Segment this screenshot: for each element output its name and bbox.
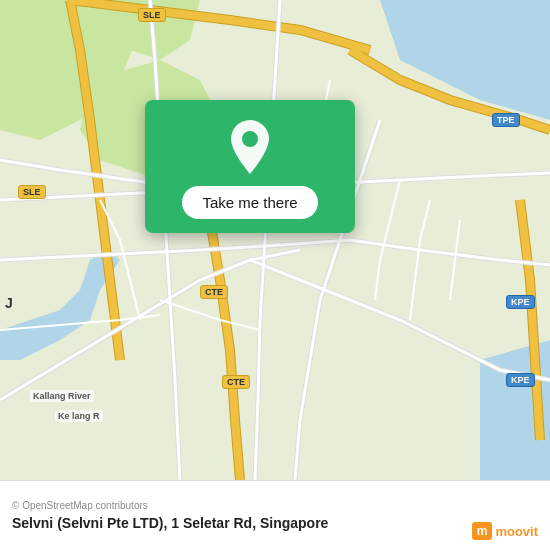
moovit-logo: m moovit xyxy=(472,522,538,540)
take-me-there-button[interactable]: Take me there xyxy=(182,186,317,219)
kpe2-badge: KPE xyxy=(506,373,535,387)
location-pin-icon xyxy=(226,118,274,176)
location-name: Selvni (Selvni Pte LTD), 1 Seletar Rd, S… xyxy=(12,515,328,531)
map-container: SLE SLE CTE CTE TPE KPE KPE Kallang Rive… xyxy=(0,0,550,480)
bottom-bar: © OpenStreetMap contributors Selvni (Sel… xyxy=(0,480,550,550)
cte-badge-right: CTE xyxy=(222,375,250,389)
kallang-river-label: Kallang River xyxy=(30,390,94,402)
tpe-badge: TPE xyxy=(492,113,520,127)
cte-badge-left: CTE xyxy=(200,285,228,299)
sle-badge-top: SLE xyxy=(138,8,166,22)
kpe-badge: KPE xyxy=(506,295,535,309)
svg-point-1 xyxy=(242,131,258,147)
attribution-text: © OpenStreetMap contributors xyxy=(12,500,538,511)
map-svg xyxy=(0,0,550,480)
moovit-text: moovit xyxy=(495,524,538,539)
take-me-there-card: Take me there xyxy=(145,100,355,233)
j-label: J xyxy=(5,295,13,311)
sle-badge-left: SLE xyxy=(18,185,46,199)
moovit-m-badge: m xyxy=(472,522,493,540)
kelang-river-label: Ke lang R xyxy=(55,410,103,422)
